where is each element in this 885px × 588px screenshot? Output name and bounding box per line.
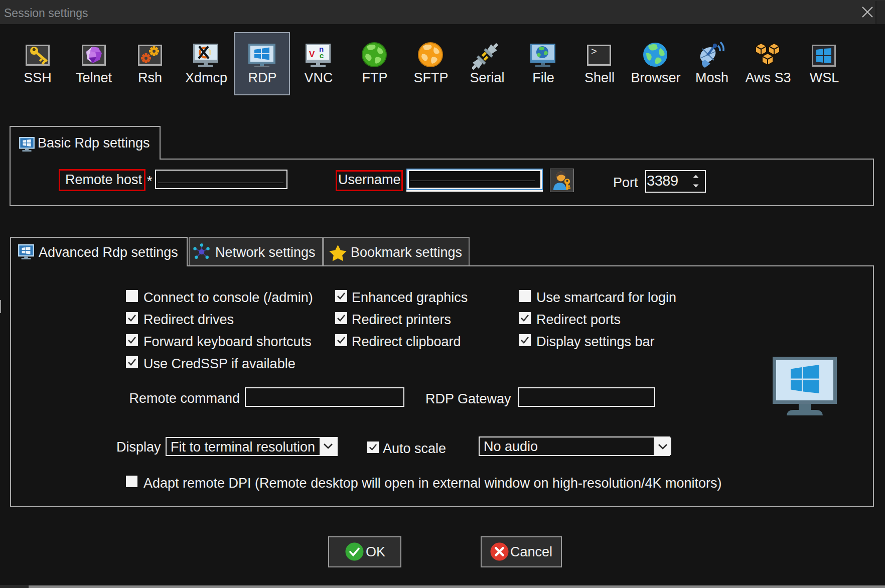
svg-text:V: V	[309, 50, 315, 59]
svg-text:c: c	[320, 51, 324, 60]
